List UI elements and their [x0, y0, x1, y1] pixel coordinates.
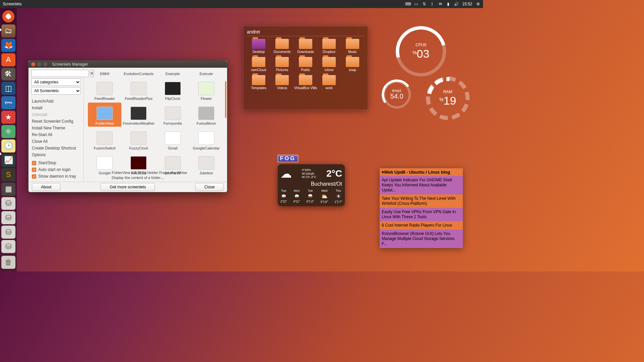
- display-icon[interactable]: ▭: [414, 2, 419, 6]
- screenlet-flipclock[interactable]: FlipClock: [156, 78, 190, 102]
- gear-icon[interactable]: ⚙: [476, 2, 480, 6]
- folder-owncloud[interactable]: ownCloud: [247, 57, 270, 72]
- active-app-label: Screenlets: [3, 2, 22, 6]
- check-show-daemon-in-tray[interactable]: ✓Show daemon in tray: [31, 173, 81, 180]
- wunderlist-icon[interactable]: ★: [1, 111, 15, 124]
- menu-reset-screenlet-config[interactable]: Reset Screenlet Config: [31, 118, 81, 125]
- workspace-switcher-icon[interactable]: ▦: [1, 183, 15, 196]
- screenlet-emhi[interactable]: EMHI: [88, 70, 121, 77]
- drive-icon[interactable]: ⛁: [1, 211, 15, 224]
- menu-install-new-theme[interactable]: Install New Theme: [31, 125, 81, 131]
- folderview-widget[interactable]: andrei DesktopDocumentsDownloadsDropboxM…: [243, 26, 368, 110]
- folder-pictures[interactable]: Pictures: [270, 57, 294, 72]
- cpu-gauge: CPU0 %03: [396, 26, 446, 76]
- folder-templates[interactable]: Templates: [247, 75, 270, 90]
- screenlet-gmail[interactable]: Gmail: [156, 127, 190, 152]
- folder-snap[interactable]: snap: [341, 57, 364, 72]
- screenlet-googlecalendar[interactable]: GoogleCalendar: [190, 127, 223, 152]
- weather-banner: FOG: [278, 155, 298, 162]
- get-more-button[interactable]: Get more screenlets: [101, 183, 155, 191]
- virtualbox-icon[interactable]: ◫: [1, 82, 15, 95]
- close-icon[interactable]: [31, 62, 35, 66]
- menu-launch-add[interactable]: Launch/Add: [31, 98, 81, 105]
- screenlet-funnyordie[interactable]: Funnyordie: [156, 103, 190, 127]
- files-icon[interactable]: 🗂: [1, 24, 15, 38]
- close-button[interactable]: Close: [195, 183, 224, 191]
- folder-rclone[interactable]: rclone: [317, 57, 341, 72]
- bluetooth-icon[interactable]: ᛒ: [430, 2, 435, 6]
- folder-downloads[interactable]: Downloads: [294, 39, 317, 54]
- screenlet-select[interactable]: All Screenlets: [31, 87, 81, 95]
- category-select[interactable]: All categories: [31, 78, 81, 86]
- keyboard-icon[interactable]: ⌨: [406, 2, 411, 6]
- weather-widget[interactable]: FOG ☁ H:93% W:22Kph W Ch:-2°C 2°C Buchar…: [278, 155, 345, 206]
- feed-item[interactable]: RcloneBrowser (Rclone GUI) Lets You Mana…: [380, 230, 463, 248]
- forecast-day: Tue🌧2°|2°: [280, 189, 287, 203]
- drive-icon[interactable]: ⛁: [1, 240, 15, 253]
- screenlet-description: FolderView 0.9.92 by Helder Fraga aka Wh…: [112, 170, 224, 180]
- network-icon[interactable]: ⇅: [422, 2, 427, 6]
- atom-icon[interactable]: ⚛: [1, 125, 15, 138]
- screenlet-fuzzyclock[interactable]: FuzzyClock: [121, 127, 156, 152]
- dash-icon[interactable]: [1, 10, 15, 23]
- screenlets-manager-window: Screenlets Manager ✕ All categories All …: [28, 60, 227, 192]
- feed-title[interactable]: ▾Web Upd8 - Ubuntu / Linux blog: [380, 168, 463, 176]
- battery-icon[interactable]: ▮: [446, 2, 451, 6]
- menu-install[interactable]: Install: [31, 105, 81, 111]
- feed-item[interactable]: Apt Update Indicator For GNOME Shell Kee…: [380, 176, 463, 194]
- folder-public[interactable]: Public: [294, 57, 317, 72]
- maximize-icon[interactable]: [43, 62, 47, 66]
- settings-icon[interactable]: 🛠: [1, 68, 15, 81]
- window-title: Screenlets Manager: [52, 62, 88, 67]
- folder-music[interactable]: Music: [341, 39, 364, 54]
- folder-desktop[interactable]: Desktop: [247, 39, 270, 54]
- menu-re-start-all[interactable]: Re-Start All: [31, 131, 81, 138]
- about-button[interactable]: About: [32, 183, 60, 191]
- rss-feed-widget[interactable]: ▾Web Upd8 - Ubuntu / Linux blog Apt Upda…: [380, 168, 463, 248]
- folder-videos[interactable]: Videos: [270, 75, 294, 90]
- folder-documents[interactable]: Documents: [270, 39, 294, 54]
- check-start-stop[interactable]: ✓Start/Stop: [31, 160, 81, 166]
- feed-item[interactable]: Easily Use Free VPNs From VPN Gate In Li…: [380, 208, 463, 221]
- screenlet-execute[interactable]: Execute: [190, 70, 223, 77]
- screenlet-feedreaderplus[interactable]: FeedReaderPlus: [121, 78, 156, 102]
- folder-virtualbox-vms[interactable]: VirtualBox VMs: [294, 75, 317, 90]
- drive-icon[interactable]: ⛁: [1, 197, 15, 210]
- unity-launcher: 🗂 🦊 A 🛠 ◫ YPPA ★ ⚛ 🕒 📈 S ▦ ⛁ ⛁ ⛁ ⛁ 🗑: [0, 8, 17, 272]
- screenlet-folderview[interactable]: FolderView: [88, 103, 121, 127]
- volume-icon[interactable]: 🔊: [454, 2, 459, 6]
- clock[interactable]: 15:52: [462, 2, 472, 6]
- yppa-icon[interactable]: YPPA: [1, 96, 15, 109]
- menu-create-desktop-shortcut[interactable]: Create Desktop Shortcut: [31, 145, 81, 152]
- check-auto-start-on-login[interactable]: ✓Auto start on login: [31, 166, 81, 173]
- minimize-icon[interactable]: [37, 62, 41, 66]
- system-monitor-icon[interactable]: 📈: [1, 154, 15, 167]
- mail-icon[interactable]: ✉: [438, 2, 443, 6]
- screenlet-freemeteoweather[interactable]: FreemeteoWeather: [121, 103, 156, 127]
- folder-work[interactable]: work: [317, 75, 341, 90]
- window-titlebar[interactable]: Screenlets Manager: [29, 61, 227, 68]
- search-input[interactable]: [31, 70, 89, 77]
- scrollbar[interactable]: [225, 81, 226, 118]
- feed-item[interactable]: 6 Cool Internet Radio Players For Linux: [380, 221, 463, 230]
- weather-meta: H:93% W:22Kph W Ch:-2°C: [302, 168, 316, 179]
- cloud-icon: ☁: [280, 167, 292, 180]
- manager-sidebar: ✕ All categories All Screenlets Launch/A…: [29, 68, 84, 182]
- screenlet-feedreader[interactable]: FeedReader: [88, 78, 121, 102]
- drive-icon[interactable]: ⛁: [1, 226, 15, 239]
- screenlet-flower[interactable]: Flower: [190, 78, 223, 102]
- firefox-icon[interactable]: 🦊: [1, 39, 15, 52]
- screenlets-icon[interactable]: 🕒: [1, 139, 15, 153]
- menu-close-all[interactable]: Close All: [31, 138, 81, 145]
- feed-item[interactable]: Take Your Writing To The Next Level With…: [380, 194, 463, 208]
- screenlet-fusionswitch[interactable]: FusionSwitch: [88, 127, 121, 152]
- screenlet-evolutioncontacts[interactable]: EvolutionContacts: [121, 70, 156, 77]
- menu-options[interactable]: Options: [31, 152, 81, 158]
- forecast-day: Mon🌧8°|1°: [293, 189, 300, 203]
- software-center-icon[interactable]: A: [1, 53, 15, 66]
- trash-icon[interactable]: 🗑: [1, 256, 15, 269]
- sublime-icon[interactable]: S: [1, 168, 15, 181]
- screenlet-example[interactable]: Example: [156, 70, 190, 77]
- screenlet-furiusmoon[interactable]: FuriusMoon: [190, 103, 223, 127]
- folder-dropbox[interactable]: Dropbox: [317, 39, 341, 54]
